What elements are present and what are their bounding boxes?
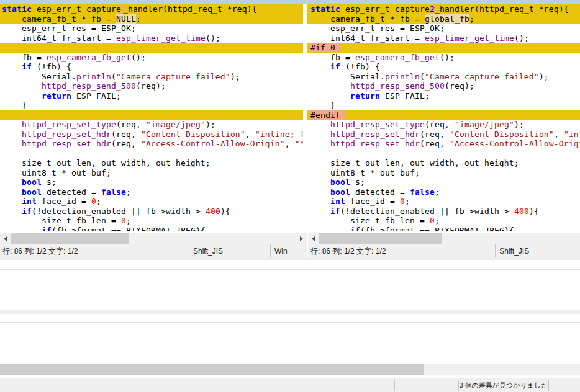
code-line[interactable]: if (!fb) { [307, 62, 580, 72]
code-line[interactable]: static esp_err_t capture_handler(httpd_r… [0, 4, 303, 14]
scroll-right-button[interactable] [296, 233, 307, 244]
code-line[interactable]: Serial.println("Camera capture failed"); [0, 72, 303, 82]
code-line[interactable]: fb = esp_camera_fb_get(); [307, 53, 580, 63]
statusbar-separator [202, 380, 202, 391]
code-line[interactable]: bool s; [0, 177, 303, 187]
triangle-right-icon [300, 236, 303, 241]
file-pane-right[interactable]: static esp_err_t capture2_handler(httpd_… [307, 4, 580, 231]
code-line[interactable]: camera_fb_t * fb = global_fb; [307, 14, 580, 24]
code-line[interactable]: httpd_resp_set_hdr(req, "Access-Control-… [0, 139, 303, 149]
code-line[interactable]: if(fb->format == PIXFORMAT_JPEG){ [0, 226, 303, 232]
status-encoding: Shift_JIS [496, 244, 576, 258]
code-line[interactable]: int64_t fr_start = esp_timer_get_time(); [307, 33, 580, 43]
status-cursor-position: 行: 86 列: 1/2 文字: 1/2 [308, 244, 496, 258]
status-cursor-position: 行: 86 列: 1/2 文字: 1/2 [0, 244, 189, 258]
code-line[interactable]: size_t out_len, out_width, out_height; [307, 158, 580, 168]
left-pane-hscrollbar[interactable] [0, 233, 307, 244]
status-diff-count: 3 個の差異が見つかりました [459, 378, 548, 392]
scroll-left-button[interactable] [308, 233, 319, 244]
statusbar-separator [548, 380, 549, 391]
code-line[interactable]: #endif [307, 110, 580, 120]
code-line[interactable]: size_t fb_len = 0; [0, 216, 303, 226]
code-line[interactable] [0, 149, 303, 159]
code-line[interactable]: httpd_resp_set_hdr(req, "Content-Disposi… [307, 130, 580, 140]
code-line[interactable]: size_t fb_len = 0; [307, 216, 580, 226]
code-line[interactable]: uint8_t * out_buf; [307, 168, 580, 178]
triangle-left-icon [4, 236, 7, 241]
pane-statusbar-left: 行: 86 列: 1/2 文字: 1/2 Shift_JIS Win [0, 244, 307, 258]
code-line[interactable]: if(fb->format == PIXFORMAT_JPEG){ [307, 226, 580, 232]
code-line[interactable]: esp_err_t res = ESP_OK; [0, 24, 303, 33]
status-eol-style: Win [271, 244, 307, 258]
code-line[interactable] [0, 110, 303, 120]
pane-statusbar-right: 行: 86 列: 1/2 文字: 1/2 Shift_JIS Win [308, 244, 580, 258]
scrollbar-thumb[interactable] [0, 364, 424, 375]
code-line[interactable]: int face_id = 0; [307, 197, 580, 207]
detail-pane-upper[interactable] [0, 270, 580, 310]
code-line[interactable]: if(!detection_enabled || fb->width > 400… [307, 207, 580, 216]
code-line[interactable]: httpd_resp_send_500(req); [307, 81, 580, 91]
code-line[interactable] [307, 149, 580, 159]
code-line[interactable]: uint8_t * out_buf; [0, 168, 303, 178]
scrollbar-thumb[interactable] [11, 233, 129, 244]
code-line[interactable]: int face_id = 0; [0, 197, 303, 207]
code-line[interactable]: } [307, 100, 580, 110]
code-line[interactable]: if (!fb) { [0, 62, 303, 72]
code-line[interactable] [0, 43, 303, 53]
code-line[interactable]: static esp_err_t capture2_handler(httpd_… [307, 4, 580, 14]
code-line[interactable]: fb = esp_camera_fb_get(); [0, 53, 303, 63]
code-line[interactable]: httpd_resp_send_500(req); [0, 81, 303, 91]
code-line[interactable]: httpd_resp_set_type(req, "image/jpeg"); [0, 120, 303, 130]
triangle-left-icon [312, 236, 315, 241]
code-line[interactable]: return ESP_FAIL; [307, 91, 580, 101]
detail-pane-header-row [0, 260, 580, 270]
code-line[interactable]: return ESP_FAIL; [0, 91, 303, 101]
code-line[interactable]: camera_fb_t * fb = NULL; [0, 14, 303, 24]
code-line[interactable]: Serial.println("Camera capture failed"); [307, 72, 580, 82]
winmerge-diff-window: { "colors": { "diff_line_bg": "#e8c50a",… [0, 0, 580, 392]
right-pane-hscrollbar[interactable] [308, 233, 580, 244]
detail-pane-lower[interactable] [0, 323, 580, 364]
scrollbar-thumb[interactable] [319, 233, 442, 244]
code-line[interactable]: esp_err_t res = ESP_OK; [307, 24, 580, 33]
detail-pane-splitter-middle[interactable] [0, 310, 580, 314]
code-line[interactable]: httpd_resp_set_type(req, "image/jpeg"); [307, 120, 580, 130]
code-line[interactable]: bool s; [307, 177, 580, 187]
statusbar-separator [394, 380, 395, 391]
code-line[interactable]: httpd_resp_set_hdr(req, "Access-Control-… [307, 139, 580, 149]
code-line[interactable]: httpd_resp_set_hdr(req, "Content-Disposi… [0, 130, 303, 140]
code-line[interactable]: if(!detection_enabled || fb->width > 400… [0, 207, 303, 216]
status-encoding: Shift_JIS [189, 244, 271, 258]
detail-pane-header-row [0, 314, 580, 323]
code-line[interactable]: bool detected = false; [307, 187, 580, 197]
code-line[interactable]: #if 0 [307, 43, 580, 53]
file-pane-left[interactable]: static esp_err_t capture_handler(httpd_r… [0, 4, 303, 231]
code-line[interactable]: } [0, 100, 303, 110]
main-statusbar: 3 個の差異が見つかりました [0, 378, 580, 392]
status-eol-style: Win [576, 244, 580, 258]
detail-pane-hscrollbar[interactable] [0, 364, 580, 375]
code-line[interactable]: int64_t fr_start = esp_timer_get_time(); [0, 33, 303, 43]
statusbar-separator [563, 380, 563, 391]
code-line[interactable]: bool detected = false; [0, 187, 303, 197]
code-line[interactable]: size_t out_len, out_width, out_height; [0, 158, 303, 168]
scroll-left-button[interactable] [0, 233, 11, 244]
